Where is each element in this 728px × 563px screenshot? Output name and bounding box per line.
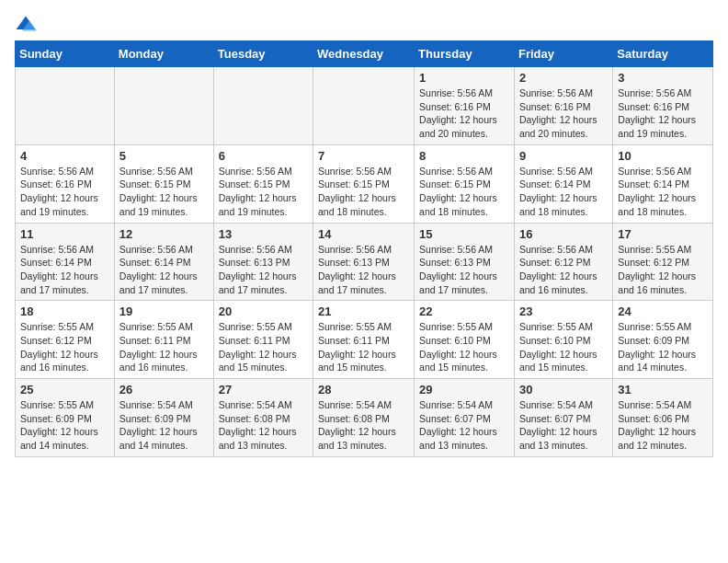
day-detail: Sunrise: 5:56 AM Sunset: 6:13 PM Dayligh… bbox=[318, 243, 409, 297]
calendar-cell: 24Sunrise: 5:55 AM Sunset: 6:09 PM Dayli… bbox=[613, 301, 713, 379]
day-number: 5 bbox=[119, 149, 209, 163]
calendar-cell: 8Sunrise: 5:56 AM Sunset: 6:15 PM Daylig… bbox=[415, 144, 515, 223]
day-detail: Sunrise: 5:55 AM Sunset: 6:10 PM Dayligh… bbox=[419, 320, 509, 374]
day-number: 16 bbox=[519, 227, 608, 241]
day-number: 30 bbox=[519, 383, 608, 396]
calendar-cell: 5Sunrise: 5:56 AM Sunset: 6:15 PM Daylig… bbox=[114, 144, 213, 223]
calendar-cell: 21Sunrise: 5:55 AM Sunset: 6:11 PM Dayli… bbox=[313, 301, 415, 379]
calendar-cell bbox=[213, 67, 313, 145]
day-number: 3 bbox=[618, 71, 708, 85]
calendar-week-row: 4Sunrise: 5:56 AM Sunset: 6:16 PM Daylig… bbox=[16, 144, 713, 223]
calendar-cell: 3Sunrise: 5:56 AM Sunset: 6:16 PM Daylig… bbox=[613, 67, 713, 145]
calendar-cell: 13Sunrise: 5:56 AM Sunset: 6:13 PM Dayli… bbox=[213, 223, 313, 301]
calendar-cell: 16Sunrise: 5:56 AM Sunset: 6:12 PM Dayli… bbox=[514, 223, 612, 301]
day-detail: Sunrise: 5:55 AM Sunset: 6:10 PM Dayligh… bbox=[519, 320, 608, 374]
calendar-cell: 19Sunrise: 5:55 AM Sunset: 6:11 PM Dayli… bbox=[114, 301, 213, 379]
calendar-table: SundayMondayTuesdayWednesdayThursdayFrid… bbox=[15, 40, 713, 457]
day-detail: Sunrise: 5:54 AM Sunset: 6:07 PM Dayligh… bbox=[519, 398, 608, 453]
day-detail: Sunrise: 5:55 AM Sunset: 6:11 PM Dayligh… bbox=[318, 320, 409, 374]
calendar-cell: 20Sunrise: 5:55 AM Sunset: 6:11 PM Dayli… bbox=[213, 301, 313, 379]
calendar-cell: 9Sunrise: 5:56 AM Sunset: 6:14 PM Daylig… bbox=[514, 144, 612, 223]
calendar-cell: 18Sunrise: 5:55 AM Sunset: 6:12 PM Dayli… bbox=[16, 301, 115, 379]
day-number: 4 bbox=[20, 149, 109, 163]
calendar-week-row: 11Sunrise: 5:56 AM Sunset: 6:14 PM Dayli… bbox=[16, 223, 713, 301]
day-detail: Sunrise: 5:56 AM Sunset: 6:14 PM Dayligh… bbox=[519, 165, 608, 219]
day-detail: Sunrise: 5:55 AM Sunset: 6:11 PM Dayligh… bbox=[219, 320, 308, 374]
day-number: 1 bbox=[419, 71, 509, 85]
day-detail: Sunrise: 5:56 AM Sunset: 6:14 PM Dayligh… bbox=[618, 165, 708, 219]
day-number: 26 bbox=[119, 383, 209, 396]
day-number: 7 bbox=[318, 149, 409, 163]
calendar-cell: 14Sunrise: 5:56 AM Sunset: 6:13 PM Dayli… bbox=[313, 223, 415, 301]
column-header-saturday: Saturday bbox=[613, 41, 713, 67]
day-number: 8 bbox=[419, 149, 509, 163]
day-detail: Sunrise: 5:56 AM Sunset: 6:12 PM Dayligh… bbox=[519, 243, 608, 297]
day-detail: Sunrise: 5:56 AM Sunset: 6:14 PM Dayligh… bbox=[20, 243, 109, 297]
day-detail: Sunrise: 5:55 AM Sunset: 6:09 PM Dayligh… bbox=[618, 320, 708, 374]
calendar-cell: 30Sunrise: 5:54 AM Sunset: 6:07 PM Dayli… bbox=[514, 379, 612, 457]
day-number: 29 bbox=[419, 383, 509, 396]
day-number: 28 bbox=[318, 383, 409, 396]
day-number: 24 bbox=[618, 304, 708, 318]
day-detail: Sunrise: 5:54 AM Sunset: 6:06 PM Dayligh… bbox=[618, 398, 708, 453]
page-header bbox=[15, 15, 713, 33]
calendar-cell: 31Sunrise: 5:54 AM Sunset: 6:06 PM Dayli… bbox=[613, 379, 713, 457]
day-number: 12 bbox=[119, 227, 209, 241]
calendar-cell bbox=[114, 67, 213, 145]
column-header-friday: Friday bbox=[514, 41, 612, 67]
day-number: 17 bbox=[618, 227, 708, 241]
day-detail: Sunrise: 5:56 AM Sunset: 6:15 PM Dayligh… bbox=[419, 165, 509, 219]
day-number: 14 bbox=[318, 227, 409, 241]
calendar-cell: 28Sunrise: 5:54 AM Sunset: 6:08 PM Dayli… bbox=[313, 379, 415, 457]
day-detail: Sunrise: 5:56 AM Sunset: 6:13 PM Dayligh… bbox=[419, 243, 509, 297]
day-number: 27 bbox=[219, 383, 308, 396]
calendar-cell: 7Sunrise: 5:56 AM Sunset: 6:15 PM Daylig… bbox=[313, 144, 415, 223]
column-header-thursday: Thursday bbox=[415, 41, 515, 67]
day-detail: Sunrise: 5:55 AM Sunset: 6:11 PM Dayligh… bbox=[119, 320, 209, 374]
calendar-week-row: 1Sunrise: 5:56 AM Sunset: 6:16 PM Daylig… bbox=[16, 67, 713, 145]
day-number: 11 bbox=[20, 227, 109, 241]
day-detail: Sunrise: 5:56 AM Sunset: 6:14 PM Dayligh… bbox=[119, 243, 209, 297]
calendar-cell: 26Sunrise: 5:54 AM Sunset: 6:09 PM Dayli… bbox=[114, 379, 213, 457]
day-number: 25 bbox=[20, 383, 109, 396]
calendar-cell: 22Sunrise: 5:55 AM Sunset: 6:10 PM Dayli… bbox=[415, 301, 515, 379]
day-number: 20 bbox=[219, 304, 308, 318]
calendar-cell: 10Sunrise: 5:56 AM Sunset: 6:14 PM Dayli… bbox=[613, 144, 713, 223]
day-number: 31 bbox=[618, 383, 708, 396]
day-number: 10 bbox=[618, 149, 708, 163]
column-header-sunday: Sunday bbox=[16, 41, 115, 67]
day-number: 21 bbox=[318, 304, 409, 318]
calendar-week-row: 18Sunrise: 5:55 AM Sunset: 6:12 PM Dayli… bbox=[16, 301, 713, 379]
day-detail: Sunrise: 5:56 AM Sunset: 6:15 PM Dayligh… bbox=[119, 165, 209, 219]
calendar-cell: 6Sunrise: 5:56 AM Sunset: 6:15 PM Daylig… bbox=[213, 144, 313, 223]
calendar-cell: 11Sunrise: 5:56 AM Sunset: 6:14 PM Dayli… bbox=[16, 223, 115, 301]
day-number: 19 bbox=[119, 304, 209, 318]
calendar-cell: 25Sunrise: 5:55 AM Sunset: 6:09 PM Dayli… bbox=[16, 379, 115, 457]
calendar-cell: 2Sunrise: 5:56 AM Sunset: 6:16 PM Daylig… bbox=[514, 67, 612, 145]
logo-icon bbox=[15, 15, 37, 33]
calendar-cell: 29Sunrise: 5:54 AM Sunset: 6:07 PM Dayli… bbox=[415, 379, 515, 457]
calendar-cell: 23Sunrise: 5:55 AM Sunset: 6:10 PM Dayli… bbox=[514, 301, 612, 379]
day-number: 22 bbox=[419, 304, 509, 318]
day-detail: Sunrise: 5:54 AM Sunset: 6:07 PM Dayligh… bbox=[419, 398, 509, 453]
column-header-tuesday: Tuesday bbox=[213, 41, 313, 67]
calendar-cell: 17Sunrise: 5:55 AM Sunset: 6:12 PM Dayli… bbox=[613, 223, 713, 301]
calendar-week-row: 25Sunrise: 5:55 AM Sunset: 6:09 PM Dayli… bbox=[16, 379, 713, 457]
day-detail: Sunrise: 5:56 AM Sunset: 6:16 PM Dayligh… bbox=[419, 86, 509, 141]
day-detail: Sunrise: 5:56 AM Sunset: 6:13 PM Dayligh… bbox=[219, 243, 308, 297]
calendar-cell: 1Sunrise: 5:56 AM Sunset: 6:16 PM Daylig… bbox=[415, 67, 515, 145]
day-detail: Sunrise: 5:54 AM Sunset: 6:08 PM Dayligh… bbox=[219, 398, 308, 453]
calendar-cell: 12Sunrise: 5:56 AM Sunset: 6:14 PM Dayli… bbox=[114, 223, 213, 301]
calendar-cell: 4Sunrise: 5:56 AM Sunset: 6:16 PM Daylig… bbox=[16, 144, 115, 223]
calendar-cell: 15Sunrise: 5:56 AM Sunset: 6:13 PM Dayli… bbox=[415, 223, 515, 301]
day-detail: Sunrise: 5:54 AM Sunset: 6:09 PM Dayligh… bbox=[119, 398, 209, 453]
day-number: 18 bbox=[20, 304, 109, 318]
day-number: 6 bbox=[219, 149, 308, 163]
day-detail: Sunrise: 5:54 AM Sunset: 6:08 PM Dayligh… bbox=[318, 398, 409, 453]
day-number: 13 bbox=[219, 227, 308, 241]
day-detail: Sunrise: 5:55 AM Sunset: 6:09 PM Dayligh… bbox=[20, 398, 109, 453]
calendar-cell bbox=[313, 67, 415, 145]
day-number: 9 bbox=[519, 149, 608, 163]
day-detail: Sunrise: 5:56 AM Sunset: 6:15 PM Dayligh… bbox=[219, 165, 308, 219]
day-detail: Sunrise: 5:55 AM Sunset: 6:12 PM Dayligh… bbox=[618, 243, 708, 297]
